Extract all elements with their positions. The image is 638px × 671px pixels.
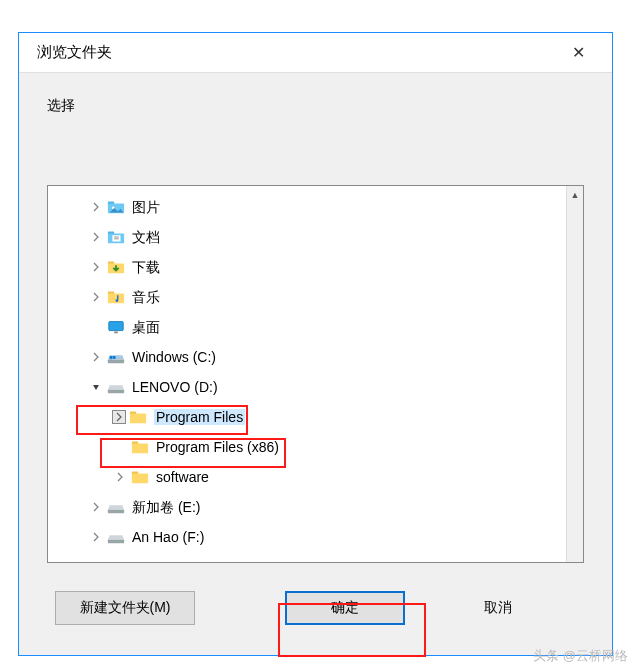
svg-rect-24 bbox=[130, 413, 146, 423]
dialog-content: 选择 图片文档下载音乐桌面Windows (C:)LENOVO (D:)Prog… bbox=[19, 73, 612, 655]
chevron-right-icon[interactable] bbox=[88, 529, 104, 545]
browse-folder-dialog: 浏览文件夹 ✕ 选择 图片文档下载音乐桌面Windows (C:)LENOVO … bbox=[18, 32, 613, 656]
svg-point-12 bbox=[116, 299, 119, 302]
svg-point-17 bbox=[121, 361, 122, 362]
svg-rect-18 bbox=[110, 356, 113, 359]
scrollbar[interactable]: ▲ bbox=[566, 186, 583, 562]
tree-item-label: LENOVO (D:) bbox=[132, 380, 218, 394]
chevron-right-icon[interactable] bbox=[88, 199, 104, 215]
tree-item-label: 图片 bbox=[132, 200, 160, 214]
tree-item[interactable]: software bbox=[48, 462, 583, 492]
drive-icon bbox=[106, 497, 126, 517]
svg-rect-28 bbox=[132, 473, 148, 483]
desktop-icon bbox=[106, 317, 126, 337]
tree-item-label: software bbox=[156, 470, 209, 484]
cancel-button[interactable]: 取消 bbox=[445, 591, 550, 625]
drive-icon bbox=[106, 527, 126, 547]
chevron-right-icon bbox=[88, 319, 104, 335]
titlebar: 浏览文件夹 ✕ bbox=[19, 33, 612, 73]
tree-item[interactable]: 下载 bbox=[48, 252, 583, 282]
folder-icon bbox=[130, 467, 150, 487]
svg-rect-26 bbox=[132, 443, 148, 453]
close-button[interactable]: ✕ bbox=[558, 33, 598, 73]
tree-item[interactable]: An Hao (F:) bbox=[48, 522, 583, 552]
downloads-icon bbox=[106, 257, 126, 277]
osdrive-icon bbox=[106, 347, 126, 367]
tree-item[interactable]: 新加卷 (E:) bbox=[48, 492, 583, 522]
tree-item-label: Program Files bbox=[154, 409, 245, 425]
tree-item[interactable]: 音乐 bbox=[48, 282, 583, 312]
dialog-title: 浏览文件夹 bbox=[37, 43, 112, 62]
music-icon bbox=[106, 287, 126, 307]
tree-item[interactable]: 图片 bbox=[48, 192, 583, 222]
tree-item[interactable]: 文档 bbox=[48, 222, 583, 252]
watermark: 头条 @云桥网络 bbox=[533, 647, 628, 665]
new-folder-button[interactable]: 新建文件夹(M) bbox=[55, 591, 195, 625]
chevron-right-icon bbox=[112, 439, 128, 455]
tree-item[interactable]: Program Files (x86) bbox=[48, 432, 583, 462]
tree-item-label: 音乐 bbox=[132, 290, 160, 304]
chevron-right-icon[interactable] bbox=[88, 349, 104, 365]
scroll-up-icon[interactable]: ▲ bbox=[567, 186, 583, 203]
chevron-right-icon[interactable] bbox=[88, 499, 104, 515]
chevron-right-icon[interactable] bbox=[112, 469, 128, 485]
tree-item-label: 桌面 bbox=[132, 320, 160, 334]
tree-item-label: Windows (C:) bbox=[132, 350, 216, 364]
chevron-down-icon[interactable] bbox=[88, 379, 104, 395]
tree-item[interactable]: Program Files bbox=[48, 402, 583, 432]
chevron-right-icon[interactable] bbox=[88, 289, 104, 305]
button-row: 新建文件夹(M) 确定 取消 bbox=[47, 591, 584, 625]
chevron-right-icon[interactable] bbox=[88, 229, 104, 245]
documents-icon bbox=[106, 227, 126, 247]
tree-item[interactable]: Windows (C:) bbox=[48, 342, 583, 372]
tree-item-label: An Hao (F:) bbox=[132, 530, 204, 544]
scroll-track[interactable] bbox=[567, 203, 583, 562]
folder-icon bbox=[130, 437, 150, 457]
tree-item-label: 下载 bbox=[132, 260, 160, 274]
tree-item-label: 新加卷 (E:) bbox=[132, 500, 200, 514]
ok-button[interactable]: 确定 bbox=[285, 591, 405, 625]
tree-item[interactable]: LENOVO (D:) bbox=[48, 372, 583, 402]
svg-rect-13 bbox=[109, 322, 123, 331]
chevron-right-icon[interactable] bbox=[88, 259, 104, 275]
folder-tree[interactable]: 图片文档下载音乐桌面Windows (C:)LENOVO (D:)Program… bbox=[48, 186, 583, 558]
svg-rect-19 bbox=[113, 356, 116, 359]
folder-icon bbox=[128, 407, 148, 427]
drive-icon bbox=[106, 377, 126, 397]
prompt-label: 选择 bbox=[47, 97, 584, 115]
pictures-icon bbox=[106, 197, 126, 217]
svg-point-22 bbox=[121, 391, 122, 392]
tree-item[interactable]: 桌面 bbox=[48, 312, 583, 342]
svg-point-32 bbox=[121, 541, 122, 542]
tree-item-label: Program Files (x86) bbox=[156, 440, 279, 454]
svg-rect-11 bbox=[108, 293, 124, 303]
chevron-right-icon[interactable] bbox=[112, 410, 126, 424]
folder-tree-container: 图片文档下载音乐桌面Windows (C:)LENOVO (D:)Program… bbox=[47, 185, 584, 563]
tree-item-label: 文档 bbox=[132, 230, 160, 244]
close-icon: ✕ bbox=[572, 43, 585, 62]
svg-point-30 bbox=[121, 511, 122, 512]
svg-rect-15 bbox=[114, 332, 118, 334]
